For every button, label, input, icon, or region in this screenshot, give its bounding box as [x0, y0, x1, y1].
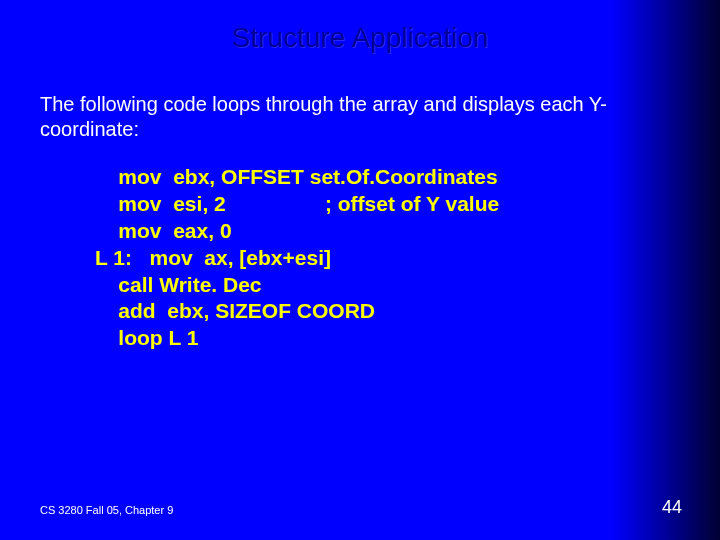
footer-course: CS 3280 Fall 05, Chapter 9 — [40, 504, 173, 516]
description-text: The following code loops through the arr… — [0, 54, 720, 142]
page-title: Structure Application — [0, 0, 720, 54]
code-block: mov ebx, OFFSET set.Of.Coordinates mov e… — [0, 142, 720, 352]
page-number: 44 — [662, 497, 682, 518]
